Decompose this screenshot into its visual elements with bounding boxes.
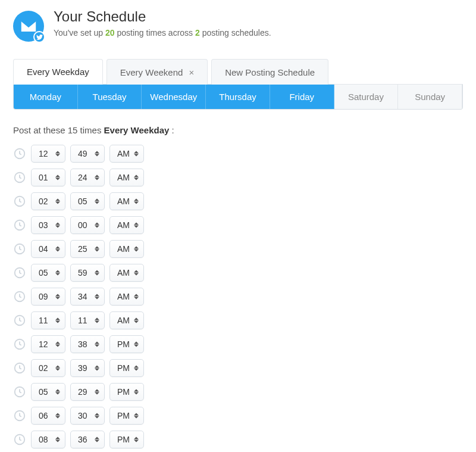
day-saturday[interactable]: Saturday bbox=[334, 85, 399, 109]
minute-select[interactable]: 59 bbox=[70, 264, 105, 282]
hour-select[interactable]: 01 bbox=[31, 169, 65, 186]
ampm-select-value: AM bbox=[117, 316, 130, 325]
time-row: 0425AM bbox=[13, 240, 463, 258]
minute-select[interactable]: 30 bbox=[70, 407, 105, 425]
minute-select-value: 34 bbox=[78, 292, 87, 301]
ampm-select[interactable]: PM bbox=[109, 335, 144, 353]
hour-select-value: 02 bbox=[39, 197, 48, 206]
ampm-select-value: AM bbox=[117, 197, 130, 206]
day-thursday[interactable]: Thursday bbox=[206, 85, 270, 109]
ampm-select-value: PM bbox=[117, 387, 130, 397]
tab-new-posting-schedule[interactable]: New Posting Schedule bbox=[211, 59, 328, 85]
tab-every-weekend[interactable]: Every Weekend× bbox=[107, 59, 208, 85]
minute-select-value: 00 bbox=[78, 220, 87, 230]
hour-select[interactable]: 09 bbox=[31, 288, 65, 306]
ampm-select[interactable]: AM bbox=[109, 192, 144, 210]
title-block: Your Schedule You've set up 20 posting t… bbox=[54, 8, 271, 38]
caption-text-post: : bbox=[169, 125, 174, 135]
caption-text-pre: Post at these 15 times bbox=[13, 125, 104, 135]
stepper-icon bbox=[95, 366, 99, 371]
hour-select[interactable]: 02 bbox=[31, 359, 65, 377]
stepper-icon bbox=[95, 389, 99, 395]
clock-icon bbox=[13, 361, 26, 375]
stepper-icon bbox=[95, 199, 99, 204]
hour-select[interactable]: 03 bbox=[31, 216, 65, 234]
brand-icon bbox=[13, 11, 44, 42]
ampm-select[interactable]: PM bbox=[109, 407, 144, 425]
stepper-icon bbox=[134, 199, 139, 204]
ampm-select[interactable]: AM bbox=[109, 288, 144, 306]
minute-select[interactable]: 29 bbox=[70, 383, 105, 401]
hour-select[interactable]: 05 bbox=[31, 383, 65, 401]
hour-select-value: 03 bbox=[39, 220, 48, 230]
hour-select-value: 09 bbox=[39, 292, 48, 301]
hour-select[interactable]: 11 bbox=[31, 311, 65, 329]
clock-icon bbox=[13, 433, 26, 446]
hour-select-value: 05 bbox=[39, 387, 48, 397]
stepper-icon bbox=[55, 342, 60, 347]
minute-select[interactable]: 36 bbox=[70, 431, 105, 448]
time-row: 0529PM bbox=[13, 383, 463, 401]
ampm-select[interactable]: AM bbox=[109, 311, 144, 329]
ampm-select[interactable]: PM bbox=[109, 359, 144, 377]
minute-select[interactable]: 34 bbox=[70, 288, 105, 306]
stepper-icon bbox=[134, 247, 139, 252]
stepper-icon bbox=[55, 366, 60, 371]
minute-select-value: 39 bbox=[78, 363, 87, 373]
day-friday[interactable]: Friday bbox=[270, 85, 334, 109]
day-tuesday[interactable]: Tuesday bbox=[78, 85, 142, 109]
time-row: 0239PM bbox=[13, 359, 463, 377]
minute-select[interactable]: 05 bbox=[70, 192, 105, 210]
minute-select[interactable]: 49 bbox=[70, 145, 105, 163]
minute-select-value: 36 bbox=[78, 435, 87, 444]
hour-select[interactable]: 02 bbox=[31, 192, 65, 210]
ampm-select[interactable]: AM bbox=[109, 216, 144, 234]
ampm-select[interactable]: PM bbox=[109, 383, 144, 401]
clock-icon bbox=[13, 290, 26, 303]
minute-select[interactable]: 00 bbox=[70, 216, 105, 234]
hour-select[interactable]: 04 bbox=[31, 240, 65, 258]
time-row: 1111AM bbox=[13, 311, 463, 329]
clock-icon bbox=[13, 385, 26, 398]
hour-select[interactable]: 06 bbox=[31, 407, 65, 425]
ampm-select[interactable]: AM bbox=[109, 169, 144, 186]
minute-select-value: 11 bbox=[78, 316, 87, 325]
stepper-icon bbox=[55, 413, 60, 419]
stepper-icon bbox=[95, 437, 99, 442]
close-icon[interactable]: × bbox=[189, 67, 194, 77]
hour-select[interactable]: 12 bbox=[31, 335, 65, 353]
stepper-icon bbox=[134, 270, 139, 276]
stepper-icon bbox=[55, 318, 60, 323]
hour-select-value: 12 bbox=[39, 339, 48, 349]
minute-select[interactable]: 24 bbox=[70, 169, 105, 186]
stepper-icon bbox=[55, 389, 60, 395]
minute-select[interactable]: 39 bbox=[70, 359, 105, 377]
ampm-select-value: AM bbox=[117, 244, 130, 254]
stepper-icon bbox=[95, 294, 99, 300]
minute-select[interactable]: 38 bbox=[70, 335, 105, 353]
ampm-select[interactable]: PM bbox=[109, 431, 144, 448]
stepper-icon bbox=[55, 270, 60, 276]
minute-select-value: 25 bbox=[78, 244, 87, 254]
day-sunday[interactable]: Sunday bbox=[398, 85, 462, 109]
hour-select-value: 01 bbox=[39, 173, 48, 182]
ampm-select-value: PM bbox=[117, 411, 130, 420]
day-monday[interactable]: Monday bbox=[14, 85, 78, 109]
ampm-select[interactable]: AM bbox=[109, 145, 144, 163]
minute-select[interactable]: 25 bbox=[70, 240, 105, 258]
day-wednesday[interactable]: Wednesday bbox=[142, 85, 206, 109]
stepper-icon bbox=[134, 437, 139, 442]
hour-select[interactable]: 05 bbox=[31, 264, 65, 282]
twitter-badge-icon bbox=[33, 31, 45, 43]
hour-select[interactable]: 12 bbox=[31, 145, 65, 163]
ampm-select[interactable]: AM bbox=[109, 240, 144, 258]
ampm-select[interactable]: AM bbox=[109, 264, 144, 282]
tab-every-weekday[interactable]: Every Weekday bbox=[13, 59, 103, 85]
stepper-icon bbox=[55, 247, 60, 252]
hour-select[interactable]: 08 bbox=[31, 431, 65, 448]
hour-select-value: 05 bbox=[39, 268, 48, 278]
stepper-icon bbox=[55, 223, 60, 228]
stepper-icon bbox=[134, 223, 139, 228]
minute-select[interactable]: 11 bbox=[70, 311, 105, 329]
clock-icon bbox=[13, 338, 26, 351]
